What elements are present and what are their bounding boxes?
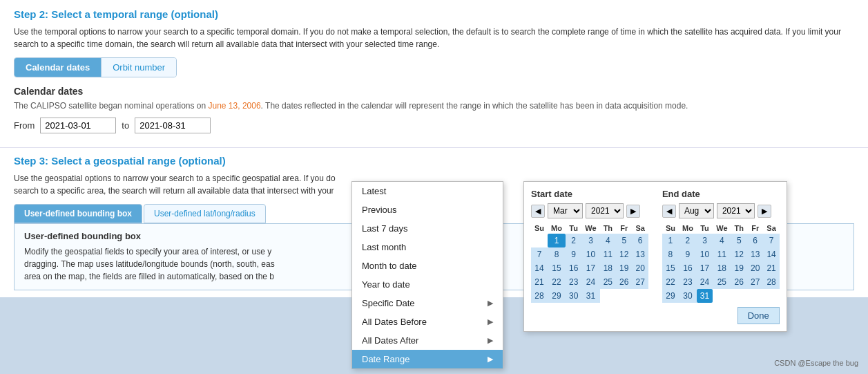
table-cell[interactable]: 24: [581, 275, 599, 289]
dropdown-item-daterange[interactable]: Date Range ▶: [352, 350, 503, 368]
table-cell[interactable]: 22: [548, 275, 566, 289]
start-date-section: Start date ◀ Mar JanFebAprMay JunJulAugS…: [531, 189, 648, 324]
table-cell[interactable]: 23: [679, 275, 697, 289]
table-cell[interactable]: 6: [632, 234, 648, 247]
table-cell[interactable]: 20: [632, 261, 648, 275]
table-cell[interactable]: 5: [731, 234, 747, 247]
start-date-grid: Su Mo Tu We Th Fr Sa 1 2 3 4 5 6: [531, 223, 648, 303]
table-cell: [616, 289, 632, 303]
table-cell[interactable]: 26: [616, 275, 632, 289]
dropdown-item-alldatesbefore[interactable]: All Dates Before ▶: [352, 312, 503, 331]
dropdown-item-lastmonth[interactable]: Last month: [352, 238, 503, 256]
dropdown-item-monthtodate[interactable]: Month to date: [352, 256, 503, 275]
table-cell[interactable]: 21: [763, 261, 779, 275]
table-cell[interactable]: 7: [531, 247, 548, 261]
table-cell[interactable]: 25: [600, 275, 616, 289]
table-cell[interactable]: 12: [731, 247, 747, 261]
table-cell[interactable]: 23: [566, 275, 581, 289]
table-cell[interactable]: 10: [697, 247, 713, 261]
table-cell[interactable]: 1: [662, 234, 679, 247]
table-cell[interactable]: 17: [697, 261, 713, 275]
table-cell[interactable]: 18: [713, 261, 731, 275]
table-cell[interactable]: 10: [581, 247, 599, 261]
table-cell[interactable]: 27: [632, 275, 648, 289]
end-prev-btn[interactable]: ◀: [662, 205, 676, 218]
to-date-input[interactable]: [135, 118, 211, 133]
table-cell[interactable]: 2: [566, 234, 581, 247]
start-year-select[interactable]: 2019202020212022: [586, 203, 624, 218]
table-cell[interactable]: 11: [600, 247, 616, 261]
start-next-btn[interactable]: ▶: [626, 205, 640, 218]
table-cell[interactable]: 30: [679, 289, 697, 303]
table-cell[interactable]: 20: [747, 261, 763, 275]
table-cell[interactable]: 25: [713, 275, 731, 289]
table-cell[interactable]: 8: [548, 247, 566, 261]
bbox-desc1: Modify the geospatial fields to specify …: [24, 247, 271, 256]
table-cell[interactable]: 19: [616, 261, 632, 275]
table-cell[interactable]: 13: [747, 247, 763, 261]
tab-orbit-number[interactable]: Orbit number: [102, 58, 176, 77]
table-cell[interactable]: 2: [679, 234, 697, 247]
from-date-input[interactable]: [40, 118, 116, 133]
table-cell[interactable]: 9: [566, 247, 581, 261]
table-cell[interactable]: 15: [662, 261, 679, 275]
table-cell[interactable]: 21: [531, 275, 548, 289]
end-date-section: End date ◀ JanFebMarApr MayJunJulAug Sep…: [662, 189, 780, 324]
calendar-dates-heading: Calendar dates: [14, 86, 854, 97]
step2-title-text: Select a temporal range (optional): [51, 8, 218, 20]
table-cell[interactable]: 16: [566, 261, 581, 275]
dropdown-item-latest[interactable]: Latest: [352, 182, 503, 200]
end-next-btn[interactable]: ▶: [758, 205, 771, 218]
start-month-select[interactable]: Mar JanFebAprMay JunJulAugSep OctNovDec: [548, 203, 583, 218]
table-cell[interactable]: 3: [581, 234, 599, 247]
table-cell[interactable]: 8: [662, 247, 679, 261]
col-we: We: [581, 223, 599, 234]
table-cell[interactable]: 31: [581, 289, 599, 303]
table-cell[interactable]: 22: [662, 275, 679, 289]
table-cell[interactable]: 19: [731, 261, 747, 275]
table-cell[interactable]: 16: [679, 261, 697, 275]
table-cell[interactable]: 4: [600, 234, 616, 247]
table-cell: [713, 289, 731, 303]
table-cell[interactable]: 15: [548, 261, 566, 275]
table-cell[interactable]: 27: [747, 275, 763, 289]
table-cell[interactable]: 3: [697, 234, 713, 247]
col-fr: Fr: [747, 223, 763, 234]
table-cell[interactable]: 12: [616, 247, 632, 261]
table-cell: [747, 289, 763, 303]
done-button[interactable]: Done: [737, 307, 780, 324]
end-month-select[interactable]: JanFebMarApr MayJunJulAug SepOctNovDec: [679, 203, 714, 218]
dropdown-item-previous[interactable]: Previous: [352, 200, 503, 219]
start-prev-btn[interactable]: ◀: [531, 205, 545, 218]
table-cell[interactable]: 13: [632, 247, 648, 261]
table-cell[interactable]: 31: [697, 289, 713, 303]
dropdown-item-specificdate[interactable]: Specific Date ▶: [352, 294, 503, 312]
table-cell[interactable]: 30: [566, 289, 581, 303]
table-cell[interactable]: 1: [548, 234, 566, 247]
step2-description: Use the temporal options to narrow your …: [14, 26, 854, 50]
table-cell[interactable]: 29: [662, 289, 679, 303]
table-cell[interactable]: 6: [747, 234, 763, 247]
end-year-select[interactable]: 2019202020212022: [717, 203, 755, 218]
table-cell[interactable]: 9: [679, 247, 697, 261]
dropdown-item-alldatesafter[interactable]: All Dates After ▶: [352, 331, 503, 350]
table-cell[interactable]: 24: [697, 275, 713, 289]
table-cell[interactable]: 4: [713, 234, 731, 247]
table-cell[interactable]: 28: [531, 289, 548, 303]
table-cell[interactable]: 28: [763, 275, 779, 289]
table-cell[interactable]: 5: [616, 234, 632, 247]
dropdown-item-last7days[interactable]: Last 7 days: [352, 219, 503, 238]
table-cell[interactable]: 14: [763, 247, 779, 261]
table-cell[interactable]: 7: [763, 234, 779, 247]
tab-lat-long-radius[interactable]: User-defined lat/long/radius: [144, 204, 266, 223]
dropdown-item-yeartodate[interactable]: Year to date: [352, 275, 503, 294]
table-cell[interactable]: 11: [713, 247, 731, 261]
table-cell[interactable]: 17: [581, 261, 599, 275]
table-cell[interactable]: 14: [531, 261, 548, 275]
tab-bounding-box[interactable]: User-defined bounding box: [14, 204, 142, 223]
table-cell[interactable]: 29: [548, 289, 566, 303]
table-cell[interactable]: 18: [600, 261, 616, 275]
table-cell[interactable]: 26: [731, 275, 747, 289]
table-cell: [531, 234, 548, 247]
tab-calendar-dates[interactable]: Calendar dates: [15, 58, 102, 77]
